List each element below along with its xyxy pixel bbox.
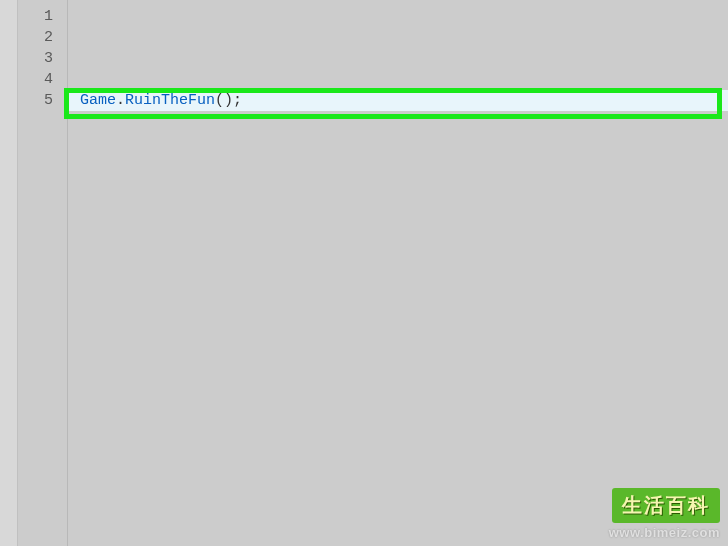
code-line-active[interactable]: Game.RuinTheFun();: [68, 90, 728, 111]
token-dot: .: [116, 92, 125, 109]
code-area[interactable]: Game.RuinTheFun();: [68, 0, 728, 546]
token-semicolon: ;: [233, 92, 242, 109]
code-line[interactable]: [68, 27, 728, 48]
code-line[interactable]: [68, 48, 728, 69]
line-number: 3: [18, 48, 67, 69]
code-line[interactable]: [68, 69, 728, 90]
line-number: 1: [18, 6, 67, 27]
line-number: 5: [18, 90, 67, 111]
line-number: 4: [18, 69, 67, 90]
token-object: Game: [80, 92, 116, 109]
editor-container: 1 2 3 4 5 Game.RuinTheFun();: [0, 0, 728, 546]
code-line[interactable]: [68, 6, 728, 27]
line-number: 2: [18, 27, 67, 48]
scrollbar-left[interactable]: [0, 0, 18, 546]
token-parens: (): [215, 92, 233, 109]
line-number-gutter: 1 2 3 4 5: [18, 0, 68, 546]
token-method: RuinTheFun: [125, 92, 215, 109]
